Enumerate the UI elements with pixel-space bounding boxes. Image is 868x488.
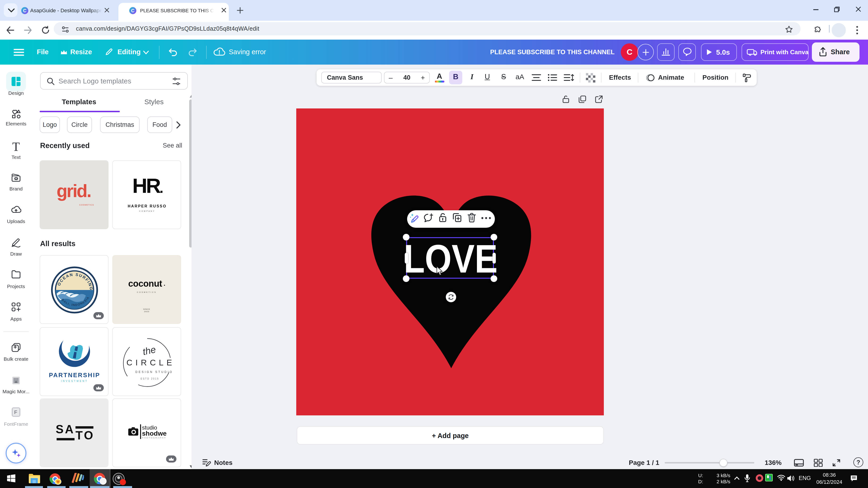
svg-text:DESIGN STUDIO: DESIGN STUDIO <box>135 370 173 374</box>
svg-text:ESTD 2015: ESTD 2015 <box>141 378 159 380</box>
svg-text:the: the <box>142 344 157 357</box>
svg-text:CIRCLE: CIRCLE <box>126 358 175 367</box>
svg-text:co: co <box>15 177 18 180</box>
svg-text:F: F <box>14 409 17 415</box>
